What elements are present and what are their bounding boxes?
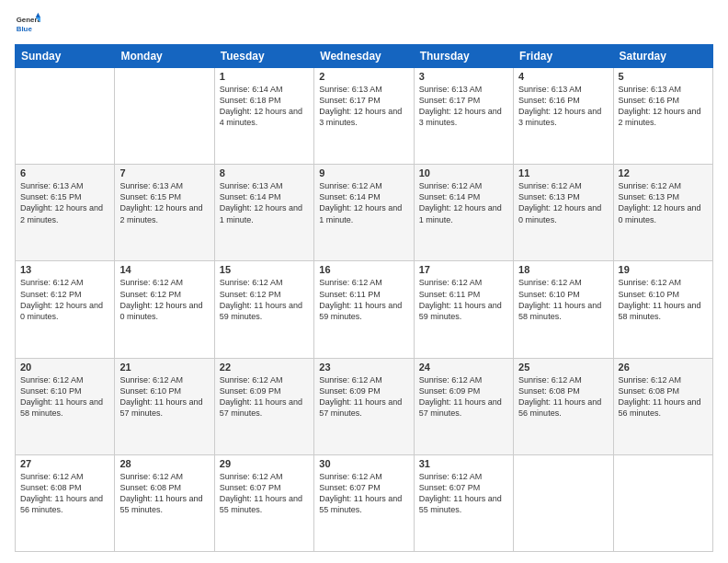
day-number: 5: [619, 71, 708, 82]
day-number: 22: [220, 362, 309, 373]
day-number: 24: [419, 362, 508, 373]
calendar-cell: 24Sunrise: 6:12 AM Sunset: 6:09 PM Dayli…: [414, 358, 513, 454]
calendar-cell: 28Sunrise: 6:12 AM Sunset: 6:08 PM Dayli…: [115, 454, 214, 551]
day-number: 7: [119, 167, 209, 178]
day-number: 26: [619, 362, 708, 373]
day-number: 28: [119, 458, 209, 469]
day-number: 21: [119, 362, 209, 373]
calendar-cell: [16, 68, 115, 165]
calendar-cell: 18Sunrise: 6:12 AM Sunset: 6:10 PM Dayli…: [514, 261, 613, 358]
cell-content: Sunrise: 6:12 AM Sunset: 6:10 PM Dayligh…: [619, 277, 708, 322]
cell-content: Sunrise: 6:12 AM Sunset: 6:08 PM Dayligh…: [119, 471, 209, 516]
calendar-cell: 31Sunrise: 6:12 AM Sunset: 6:07 PM Dayli…: [414, 454, 513, 551]
calendar-cell: 20Sunrise: 6:12 AM Sunset: 6:10 PM Dayli…: [16, 358, 115, 454]
page: General Blue SundayMondayTuesdayWednesda…: [0, 0, 728, 563]
cell-content: Sunrise: 6:12 AM Sunset: 6:08 PM Dayligh…: [20, 471, 109, 516]
day-number: 16: [319, 264, 408, 275]
calendar-cell: 13Sunrise: 6:12 AM Sunset: 6:12 PM Dayli…: [16, 261, 115, 358]
cell-content: Sunrise: 6:12 AM Sunset: 6:12 PM Dayligh…: [119, 277, 209, 322]
day-number: 8: [220, 167, 309, 178]
cell-content: Sunrise: 6:12 AM Sunset: 6:14 PM Dayligh…: [319, 180, 408, 225]
calendar-header-row: SundayMondayTuesdayWednesdayThursdayFrid…: [16, 45, 713, 68]
calendar-cell: 23Sunrise: 6:12 AM Sunset: 6:09 PM Dayli…: [314, 358, 414, 454]
cell-content: Sunrise: 6:12 AM Sunset: 6:08 PM Dayligh…: [518, 374, 608, 419]
cell-content: Sunrise: 6:12 AM Sunset: 6:10 PM Dayligh…: [518, 277, 608, 322]
cell-content: Sunrise: 6:13 AM Sunset: 6:14 PM Dayligh…: [220, 180, 309, 225]
cell-content: Sunrise: 6:12 AM Sunset: 6:09 PM Dayligh…: [319, 374, 408, 419]
cell-content: Sunrise: 6:13 AM Sunset: 6:15 PM Dayligh…: [119, 180, 209, 225]
calendar-cell: [514, 454, 613, 551]
day-number: 2: [319, 71, 408, 82]
day-number: 20: [20, 362, 109, 373]
cell-content: Sunrise: 6:14 AM Sunset: 6:18 PM Dayligh…: [220, 84, 309, 129]
calendar-cell: 15Sunrise: 6:12 AM Sunset: 6:12 PM Dayli…: [214, 261, 313, 358]
day-number: 15: [220, 264, 309, 275]
day-number: 27: [20, 458, 109, 469]
day-number: 12: [619, 167, 708, 178]
cell-content: Sunrise: 6:12 AM Sunset: 6:12 PM Dayligh…: [220, 277, 309, 322]
col-header-thursday: Thursday: [414, 45, 513, 68]
calendar-cell: 6Sunrise: 6:13 AM Sunset: 6:15 PM Daylig…: [16, 165, 115, 261]
cell-content: Sunrise: 6:12 AM Sunset: 6:14 PM Dayligh…: [419, 180, 508, 225]
day-number: 31: [419, 458, 508, 469]
calendar-cell: 10Sunrise: 6:12 AM Sunset: 6:14 PM Dayli…: [414, 165, 513, 261]
calendar-cell: 12Sunrise: 6:12 AM Sunset: 6:13 PM Dayli…: [613, 165, 712, 261]
calendar-cell: 19Sunrise: 6:12 AM Sunset: 6:10 PM Dayli…: [613, 261, 712, 358]
calendar-cell: 22Sunrise: 6:12 AM Sunset: 6:09 PM Dayli…: [214, 358, 313, 454]
calendar-cell: 8Sunrise: 6:13 AM Sunset: 6:14 PM Daylig…: [214, 165, 313, 261]
logo-icon: General Blue: [15, 11, 40, 37]
svg-text:Blue: Blue: [17, 25, 33, 33]
calendar-week-0: 1Sunrise: 6:14 AM Sunset: 6:18 PM Daylig…: [16, 68, 713, 165]
calendar-cell: 14Sunrise: 6:12 AM Sunset: 6:12 PM Dayli…: [115, 261, 214, 358]
calendar-cell: 26Sunrise: 6:12 AM Sunset: 6:08 PM Dayli…: [613, 358, 712, 454]
day-number: 29: [220, 458, 309, 469]
col-header-monday: Monday: [115, 45, 214, 68]
day-number: 25: [518, 362, 608, 373]
day-number: 3: [419, 71, 508, 82]
cell-content: Sunrise: 6:13 AM Sunset: 6:17 PM Dayligh…: [319, 84, 408, 129]
calendar-cell: 30Sunrise: 6:12 AM Sunset: 6:07 PM Dayli…: [314, 454, 414, 551]
logo: General Blue: [15, 11, 40, 37]
calendar-cell: [613, 454, 712, 551]
calendar-week-4: 27Sunrise: 6:12 AM Sunset: 6:08 PM Dayli…: [16, 454, 713, 551]
calendar-cell: 16Sunrise: 6:12 AM Sunset: 6:11 PM Dayli…: [314, 261, 414, 358]
cell-content: Sunrise: 6:12 AM Sunset: 6:09 PM Dayligh…: [220, 374, 309, 419]
calendar-cell: 25Sunrise: 6:12 AM Sunset: 6:08 PM Dayli…: [514, 358, 613, 454]
day-number: 13: [20, 264, 109, 275]
cell-content: Sunrise: 6:13 AM Sunset: 6:16 PM Dayligh…: [518, 84, 608, 129]
cell-content: Sunrise: 6:12 AM Sunset: 6:13 PM Dayligh…: [518, 180, 608, 225]
cell-content: Sunrise: 6:12 AM Sunset: 6:10 PM Dayligh…: [20, 374, 109, 419]
calendar-week-2: 13Sunrise: 6:12 AM Sunset: 6:12 PM Dayli…: [16, 261, 713, 358]
day-number: 1: [220, 71, 309, 82]
calendar-week-1: 6Sunrise: 6:13 AM Sunset: 6:15 PM Daylig…: [16, 165, 713, 261]
col-header-tuesday: Tuesday: [214, 45, 313, 68]
calendar-cell: [115, 68, 214, 165]
calendar-cell: 3Sunrise: 6:13 AM Sunset: 6:17 PM Daylig…: [414, 68, 513, 165]
calendar-cell: 5Sunrise: 6:13 AM Sunset: 6:16 PM Daylig…: [613, 68, 712, 165]
calendar-cell: 9Sunrise: 6:12 AM Sunset: 6:14 PM Daylig…: [314, 165, 414, 261]
day-number: 18: [518, 264, 608, 275]
col-header-wednesday: Wednesday: [314, 45, 414, 68]
cell-content: Sunrise: 6:12 AM Sunset: 6:12 PM Dayligh…: [20, 277, 109, 322]
calendar-cell: 17Sunrise: 6:12 AM Sunset: 6:11 PM Dayli…: [414, 261, 513, 358]
cell-content: Sunrise: 6:13 AM Sunset: 6:17 PM Dayligh…: [419, 84, 508, 129]
day-number: 6: [20, 167, 109, 178]
cell-content: Sunrise: 6:12 AM Sunset: 6:11 PM Dayligh…: [419, 277, 508, 322]
header: General Blue: [15, 11, 713, 37]
day-number: 23: [319, 362, 408, 373]
svg-marker-2: [36, 13, 40, 17]
day-number: 19: [619, 264, 708, 275]
cell-content: Sunrise: 6:12 AM Sunset: 6:11 PM Dayligh…: [319, 277, 408, 322]
calendar-cell: 2Sunrise: 6:13 AM Sunset: 6:17 PM Daylig…: [314, 68, 414, 165]
cell-content: Sunrise: 6:13 AM Sunset: 6:15 PM Dayligh…: [20, 180, 109, 225]
cell-content: Sunrise: 6:12 AM Sunset: 6:07 PM Dayligh…: [220, 471, 309, 516]
cell-content: Sunrise: 6:12 AM Sunset: 6:08 PM Dayligh…: [619, 374, 708, 419]
day-number: 17: [419, 264, 508, 275]
col-header-sunday: Sunday: [16, 45, 115, 68]
calendar-cell: 29Sunrise: 6:12 AM Sunset: 6:07 PM Dayli…: [214, 454, 313, 551]
cell-content: Sunrise: 6:12 AM Sunset: 6:09 PM Dayligh…: [419, 374, 508, 419]
calendar-cell: 7Sunrise: 6:13 AM Sunset: 6:15 PM Daylig…: [115, 165, 214, 261]
calendar-table: SundayMondayTuesdayWednesdayThursdayFrid…: [15, 44, 713, 552]
day-number: 11: [518, 167, 608, 178]
day-number: 4: [518, 71, 608, 82]
